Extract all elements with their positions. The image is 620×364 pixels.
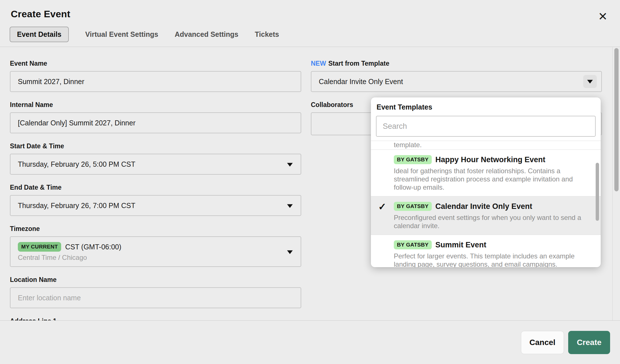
start-datetime-select[interactable]: Thursday, February 26, 5:00 PM CST: [10, 154, 301, 175]
popup-title: Event Templates: [377, 103, 601, 111]
tab-bar: Event Details Virtual Event Settings Adv…: [10, 27, 279, 42]
timezone-label: Timezone: [10, 225, 301, 233]
my-current-badge: MY CURRENT: [18, 242, 61, 252]
template-caret-button[interactable]: [583, 75, 597, 88]
check-icon: ✓: [378, 201, 386, 212]
template-list: template. BY GATSBY Happy Hour Networkin…: [371, 141, 601, 267]
event-templates-popup: Event Templates Search template. BY GATS…: [371, 97, 601, 267]
timezone-secondary: Central Time / Chicago: [18, 254, 87, 262]
template-item-description: Ideal for gatherings that foster relatio…: [394, 167, 589, 191]
template-item-happy-hour[interactable]: BY GATSBY Happy Hour Networking Event Id…: [371, 150, 601, 196]
tab-virtual-event-settings[interactable]: Virtual Event Settings: [85, 30, 158, 38]
timezone-value: CST (GMT-06:00): [65, 243, 121, 251]
tab-advanced-settings[interactable]: Advanced Settings: [175, 30, 238, 38]
start-datetime-value: Thursday, February 26, 5:00 PM CST: [18, 160, 135, 168]
popup-scrollbar-thumb[interactable]: [596, 163, 599, 221]
modal-footer: Cancel Create: [0, 320, 620, 364]
create-button[interactable]: Create: [568, 331, 610, 354]
template-select-value: Calendar Invite Only Event: [319, 78, 403, 86]
cancel-button[interactable]: Cancel: [521, 331, 564, 354]
event-name-label: Event Name: [10, 60, 301, 67]
chevron-down-icon: [287, 250, 293, 254]
template-search-placeholder: Search: [383, 122, 407, 131]
template-item-summit[interactable]: BY GATSBY Summit Event Perfect for large…: [371, 235, 601, 267]
modal-scrollbar-thumb[interactable]: [614, 48, 619, 191]
template-item-description: Perfect for larger events. This template…: [394, 252, 589, 267]
close-icon[interactable]: ✕: [598, 11, 608, 22]
by-gatsby-badge: BY GATSBY: [394, 202, 432, 211]
form-left-column: Event Name Summit 2027, Dinner Internal …: [10, 47, 301, 320]
internal-name-field[interactable]: [Calendar Only] Summit 2027, Dinner: [10, 112, 301, 133]
chevron-down-icon: [587, 80, 593, 83]
start-datetime-label: Start Date & Time: [10, 142, 301, 150]
new-flag: NEW: [311, 60, 326, 67]
location-name-field[interactable]: Enter location name: [10, 287, 301, 308]
template-search-input[interactable]: Search: [376, 116, 596, 137]
template-item-title: Happy Hour Networking Event: [435, 155, 546, 164]
tab-tickets[interactable]: Tickets: [255, 30, 279, 38]
by-gatsby-badge: BY GATSBY: [394, 155, 432, 164]
location-name-label: Location Name: [10, 276, 301, 284]
event-name-field[interactable]: Summit 2027, Dinner: [10, 71, 301, 92]
address-line1-label: Address Line 1: [10, 317, 301, 320]
timezone-select[interactable]: MY CURRENT CST (GMT-06:00) Central Time …: [10, 236, 301, 267]
end-datetime-value: Thursday, February 26, 7:00 PM CST: [18, 202, 135, 210]
template-item-title: Calendar Invite Only Event: [435, 202, 532, 211]
location-name-placeholder: Enter location name: [18, 294, 81, 302]
chevron-down-icon: [287, 204, 293, 208]
internal-name-value: [Calendar Only] Summit 2027, Dinner: [18, 119, 135, 127]
template-item-partial[interactable]: template.: [371, 141, 601, 150]
chevron-down-icon: [287, 163, 293, 166]
start-from-template-label: NEWStart from Template: [311, 60, 602, 67]
end-datetime-select[interactable]: Thursday, February 26, 7:00 PM CST: [10, 195, 301, 216]
template-item-description: Preconfigured event settings for when yo…: [394, 213, 589, 230]
template-item-title: Summit Event: [435, 241, 486, 249]
modal-header: Create Event ✕ Event Details Virtual Eve…: [0, 0, 620, 47]
end-datetime-label: End Date & Time: [10, 184, 301, 191]
start-from-template-select[interactable]: Calendar Invite Only Event: [311, 71, 602, 92]
by-gatsby-badge: BY GATSBY: [394, 240, 432, 249]
internal-name-label: Internal Name: [10, 101, 301, 109]
tab-event-details[interactable]: Event Details: [10, 27, 69, 42]
event-name-value: Summit 2027, Dinner: [18, 78, 84, 86]
page-title: Create Event: [11, 8, 70, 20]
template-item-calendar-invite-only[interactable]: ✓ BY GATSBY Calendar Invite Only Event P…: [371, 196, 601, 235]
